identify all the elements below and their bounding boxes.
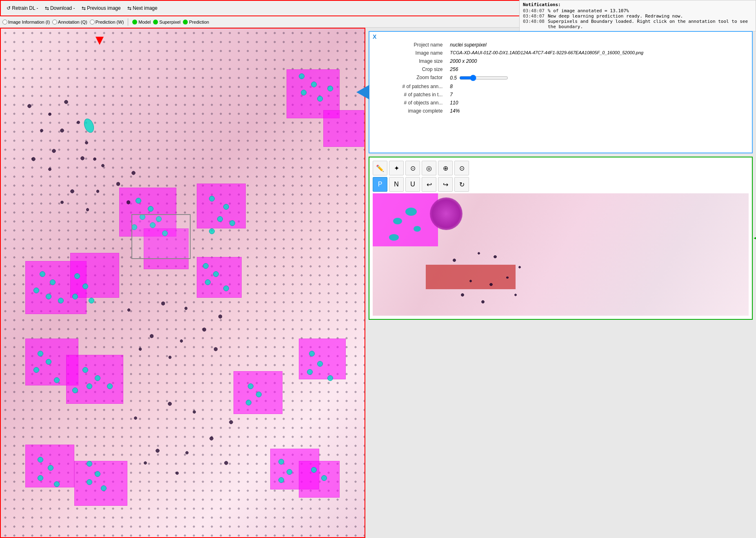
app: Notifications: 03:48:07 % of image annot… [0,0,756,538]
refresh-tool[interactable]: ↻ [454,177,469,192]
lasso-tool[interactable]: ⊙ [405,161,420,175]
cyan-dot-30 [327,86,333,91]
thumb-nuclei [446,246,528,316]
notif-msg-1: % of image annotated = 13.107% [548,8,629,13]
notif-line-2: 03:48:07 New deep learning prediction re… [523,13,752,19]
prediction2-label: Prediction [189,20,209,24]
cyan-dot-56 [287,469,292,475]
cyan-dot-32 [46,359,51,365]
cyan-dot-22 [203,263,209,269]
image-size-label: Image size [376,57,447,65]
retrain-label: ↺ Retrain DL - [7,5,38,11]
blue-arrow-icon [356,85,369,100]
toggle-prediction2[interactable]: Prediction [183,20,209,24]
redo-tool[interactable]: ↪ [438,177,453,192]
image-complete-label: image complete [376,107,447,115]
thumb-cyan-2 [393,218,402,224]
cyan-dot-2 [148,206,153,212]
thumb-cyan-1 [405,208,417,216]
info-row-objects: # of objects ann... 110 [376,99,745,107]
retrain-button[interactable]: ↺ Retrain DL - [3,4,42,12]
cyan-dot-16 [46,294,51,299]
cyan-dot-19 [82,283,88,289]
upload-tool[interactable]: ⊙ [454,161,469,175]
patches-ann-value: 8 [447,82,745,91]
tools-row-1: ✏️ ✦ ⊙ ◎ ⊕ ⊙ [373,161,749,175]
cyan-dot-11 [229,220,235,226]
cyan-dot-34 [54,377,60,383]
pencil-tool[interactable]: ✏️ [373,161,387,175]
patch-6 [197,257,242,298]
toggle-model[interactable]: Model [132,20,151,24]
radio-image-info-label: Image Information (I) [8,20,50,24]
model-label: Model [138,20,151,24]
patches-t-label: # of patches in t... [376,91,447,99]
radio-prediction[interactable]: Prediction (W) [90,20,124,24]
thumbnail-panel [373,193,749,316]
cyan-dot-20 [72,294,78,299]
download-label: ⇆ Download - [45,5,75,11]
cyan-dot-14 [50,279,56,285]
radio-annotation[interactable]: Annotation (Q) [52,20,87,24]
cyan-dot-59 [321,475,327,481]
cyan-dot-58 [311,467,317,473]
cyan-dot-45 [307,369,313,375]
green-arrow-icon [754,231,756,246]
cyan-dot-40 [248,383,253,389]
u-label: U [410,181,415,188]
image-name-label: Image name [376,49,447,57]
cyan-dot-41 [256,392,262,397]
cyan-dot-43 [309,351,315,356]
radio-prediction-label: Prediction (W) [96,20,124,24]
n-tool[interactable]: N [389,177,404,192]
nuclei-3 [115,294,229,375]
u-tool[interactable]: U [405,177,420,192]
info-table: Project name nuclei superpixel Image nam… [376,41,745,115]
prev-image-button[interactable]: ⇆ Previous image [78,4,124,12]
cyan-dot-18 [74,273,80,279]
crop-size-value: 256 [447,65,745,73]
cyan-dot-25 [223,286,229,291]
cyan-dot-42 [246,400,251,405]
right-panels: X Project name nuclei superpixel Image n… [365,28,756,538]
cyan-dot-44 [317,361,323,367]
wand-tool[interactable]: ✦ [389,161,404,175]
toggle-superpixel[interactable]: Superpixel [153,20,180,24]
thumb-cyan-3 [414,226,421,232]
cyan-dot-12 [209,228,215,234]
info-panel: X Project name nuclei superpixel Image n… [369,31,753,153]
eraser-tool[interactable]: ◎ [422,161,436,175]
patch-12 [323,110,364,147]
cyan-dot-46 [327,375,333,381]
info-row-crop: Crop size 256 [376,65,745,73]
patch-16 [299,461,340,498]
cyan-dot-54 [101,485,107,491]
info-row-project: Project name nuclei superpixel [376,41,745,49]
close-info-button[interactable]: X [373,33,376,40]
cyan-dot-38 [107,383,113,389]
zoom-slider[interactable] [459,75,508,81]
cyan-dot-48 [48,465,53,471]
zoom-slider-container: 0.5 [450,75,743,81]
next-image-button[interactable]: ⇆ Next image [124,4,161,12]
notif-time-1: 03:48:07 [523,8,545,13]
prev-label: ⇆ Previous image [82,5,121,11]
cyan-dot-33 [33,367,39,373]
tools-row-2: P N U ↩ ↪ ↻ [373,177,749,192]
cyan-dot-50 [54,481,60,487]
radio-image-info[interactable]: Image Information (I) [2,20,50,24]
info-row-image: Image name TCGA-XD-AAUI-01Z-00-DX1.1A0D1… [376,49,745,57]
p-tool[interactable]: P [373,177,387,192]
objects-ann-label: # of objects ann... [376,99,447,107]
cyan-dot-21 [89,298,94,303]
notif-line-1: 03:48:07 % of image annotated = 13.107% [523,8,752,13]
undo-tool[interactable]: ↩ [422,177,436,192]
download-button[interactable]: ⇆ Download - [42,4,78,12]
cyan-dot-29 [317,96,323,102]
bucket-tool[interactable]: ⊕ [438,161,453,175]
tools-panel: ✏️ ✦ ⊙ ◎ ⊕ ⊙ P N U [369,157,753,320]
cyan-dot-28 [301,90,307,95]
notifications-panel: Notifications: 03:48:07 % of image annot… [519,0,756,31]
cyan-dot-51 [87,461,92,467]
image-panel[interactable] [0,28,365,538]
